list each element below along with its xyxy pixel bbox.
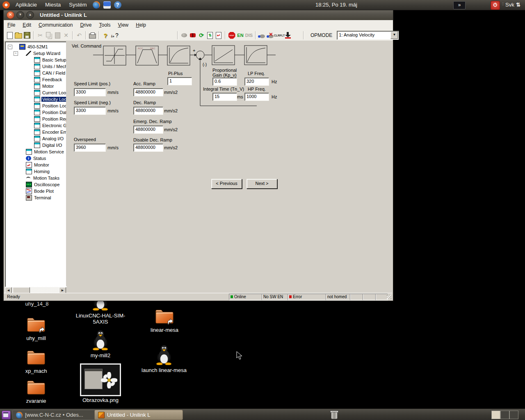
drive-connect-icon[interactable] [189,32,196,39]
enable-button[interactable]: EN [237,32,244,39]
prop-gain-input[interactable]: 0.6 [212,78,237,86]
previous-button[interactable]: < Previous [211,179,242,189]
integral-time-input[interactable]: 15 [212,93,237,101]
debug-icon[interactable] [258,32,266,39]
tree-horizontal-scrollbar[interactable]: ◀ ▶ [5,287,66,293]
debug-clear-icon[interactable] [267,32,274,39]
apply-params-icon[interactable]: ↵ [215,32,222,39]
ubuntu-logo-icon[interactable] [2,1,10,9]
menu-places[interactable]: Miesta [41,0,65,10]
tree-item-terminal[interactable]: Terminal [5,194,67,201]
tree-item-status[interactable]: iStatus [5,155,67,162]
menu-file[interactable]: File [4,21,19,29]
scroll-track[interactable] [12,287,59,293]
tree-item-can-field-bus[interactable]: CAN / Field Bus [5,70,67,76]
scroll-thumb[interactable] [13,287,30,293]
new-icon[interactable] [6,32,14,39]
tree-item-monitor[interactable]: Monitor [5,162,67,168]
clock[interactable]: 18:25, Po 19. máj [312,0,361,10]
tree-item-digital-io[interactable]: Digital I/O [5,142,67,148]
menu-help[interactable]: Help [132,21,150,29]
menu-edit[interactable]: Edit [19,21,35,29]
close-button[interactable]: ✕ [7,11,14,19]
trash-icon[interactable] [330,410,338,419]
tree-item-motor[interactable]: Motor [5,83,67,89]
desktop-icon-linear-mesa[interactable]: linear-mesa [142,308,187,333]
workspace-3[interactable] [509,411,518,419]
maximize-button[interactable]: ▴ [26,11,34,19]
tree-item-position-loop[interactable]: Position Loop [5,103,67,109]
remote-desktop-icon[interactable]: » [453,1,466,9]
tree-item-bode-plot[interactable]: Bode Plot [5,188,67,194]
tree-item-homing[interactable]: Homing [5,168,67,175]
combo-arrow-icon[interactable]: ▼ [390,32,398,39]
tree-item-current-loop[interactable]: Current Loop [5,89,67,96]
workspace-switcher[interactable] [491,411,518,418]
menu-tools[interactable]: Tools [95,21,114,29]
context-help-icon[interactable]: ⭟? [110,32,118,39]
desktop-icon-obrazovka-png[interactable]: Obrazovka.png [78,363,123,403]
open-icon[interactable] [15,32,22,39]
menu-applications[interactable]: Aplikácie [11,0,41,10]
acc-ramp-input[interactable]: 48800000 [133,88,163,96]
desktop-icon-zvaranie[interactable]: zvaranie [16,379,57,404]
desktop-icon-xp_mach[interactable]: xp_mach [16,349,57,374]
copy-icon[interactable] [45,32,52,39]
lp-freq-input[interactable]: 320 [244,78,269,86]
save-launcher-icon[interactable] [103,1,111,9]
workspace-2[interactable] [500,411,509,419]
disable-dec-ramp-input[interactable]: 48800000 [133,144,163,152]
tree-item-analog-io[interactable]: Analog I/O [5,135,67,142]
dec-ramp-input[interactable]: 48800000 [133,107,163,115]
opmode-select[interactable]: 1: Analog Velocity ▼ [337,31,399,40]
download-icon[interactable] [284,32,292,39]
paste-icon[interactable] [54,32,61,39]
help-launcher-icon[interactable]: ? [114,1,121,9]
task-firefox[interactable]: [www.C-N-C.cz • Odes... [12,410,100,420]
titlebar[interactable]: ✕ ▾ ▴ Untitled - Unilink L [4,9,393,20]
tree-item-motion-service[interactable]: Motion Service [5,148,67,155]
emerg-dec-ramp-input[interactable]: 48800000 [133,126,163,134]
menu-system[interactable]: Systém [65,0,91,10]
cut-icon[interactable]: ✂ [37,32,44,39]
firefox-launcher-icon[interactable] [93,1,100,9]
minimize-button[interactable]: ▾ [16,11,24,19]
tree-item-electronic-gearing[interactable]: Electronic Gearin [5,122,67,129]
speed-limit-neg-input[interactable]: 3300 [74,107,106,115]
clear-fault-button[interactable]: CLRFLT [276,32,283,39]
tree-item-450-52m1[interactable]: 450-52M1 [5,43,67,50]
tree-item-motion-tasks[interactable]: Motion Tasks [5,175,67,181]
desktop-icon-uhy_mill[interactable]: uhy_mill [16,317,57,341]
tree-item-basic-setup[interactable]: Basic Setup [5,57,67,63]
menu-view[interactable]: View [114,21,132,29]
save-icon[interactable] [23,32,31,39]
tree-item-position-registers[interactable]: Position Registe [5,116,67,122]
disable-button[interactable]: DIS [245,32,253,39]
tree-item-feedback[interactable]: Feedback [5,76,67,83]
resize-grip[interactable] [387,294,391,299]
tree-item-units-mechanics[interactable]: Units / Mechanic [5,63,67,70]
desktop-icon-launch-linear-mesa[interactable]: launch linear-mesa [135,345,193,373]
hp-freq-input[interactable]: 1000 [244,93,269,101]
tree-item-encoder-emulation[interactable]: Encoder Emulati [5,129,67,135]
pi-plus-input[interactable]: 1 [167,77,192,85]
about-icon[interactable]: ? [102,32,109,39]
power-button[interactable]: ⏻ [491,1,500,10]
speed-limit-pos-input[interactable]: 3300 [74,88,106,96]
task-unilink[interactable]: Untitled - Unilink L [94,410,183,420]
refresh-icon[interactable]: ⟳ [198,32,205,39]
keyboard-layout-indicator[interactable]: Svk [505,0,514,10]
tree-item-velocity-loop[interactable]: Velocity Loop [5,96,67,103]
delete-icon[interactable]: ✕ [62,32,70,39]
tree-item-setup-wizard[interactable]: Setup Wizard [5,50,67,57]
print-icon[interactable] [89,32,96,39]
overspeed-input[interactable]: 3960 [74,144,106,152]
stop-icon[interactable]: STOP [228,32,235,39]
tree-item-oscilloscope[interactable]: Oscilloscope [5,181,67,188]
updown-arrows-icon[interactable]: ⇅ [516,0,520,10]
reload-params-icon[interactable]: ⇅ [206,32,214,39]
undo-icon[interactable]: ↶ [75,32,83,39]
tree-item-position-data[interactable]: Position Data [5,109,67,116]
drive-offline-icon[interactable] [180,32,188,39]
menu-communication[interactable]: Communication [35,21,76,29]
